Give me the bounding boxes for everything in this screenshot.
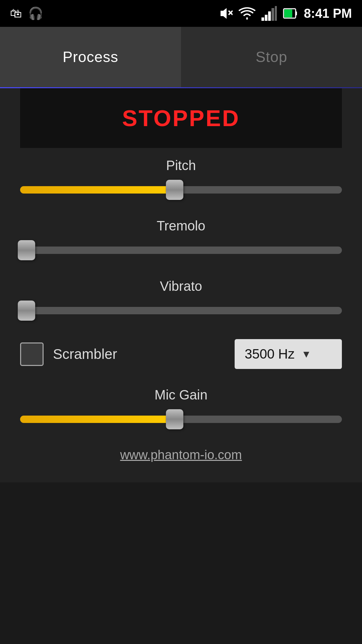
pitch-label: Pitch (20, 158, 342, 173)
svg-rect-7 (275, 6, 277, 21)
scrambler-left: Scrambler (20, 342, 117, 366)
tremolo-slider-thumb[interactable] (18, 240, 35, 260)
top-buttons-container: Process Stop (0, 27, 362, 87)
mic-gain-label: Mic Gain (20, 387, 342, 402)
scrambler-label: Scrambler (53, 346, 117, 362)
svg-rect-3 (261, 17, 264, 21)
main-content: STOPPED Pitch Tremolo Vibrato (0, 88, 362, 482)
status-right-icons: 8:41 PM (218, 6, 352, 21)
vibrato-slider-thumb[interactable] (18, 301, 35, 321)
pitch-slider-thumb[interactable] (166, 180, 183, 200)
svg-rect-4 (265, 15, 267, 21)
stop-button[interactable]: Stop (181, 27, 362, 87)
status-left-icons: 🛍 🎧 (10, 6, 43, 20)
scrambler-checkbox[interactable] (20, 342, 44, 366)
scrambler-dropdown-value: 3500 Hz (245, 346, 295, 362)
svg-marker-0 (221, 8, 227, 19)
website-link[interactable]: www.phantom-io.com (120, 448, 242, 462)
status-time: 8:41 PM (304, 6, 352, 21)
wifi-icon (239, 6, 255, 21)
mute-icon (218, 6, 233, 21)
website-section: www.phantom-io.com (20, 448, 342, 462)
vibrato-slider-section: Vibrato (20, 279, 342, 321)
stopped-status: STOPPED (122, 105, 240, 131)
battery-icon (283, 6, 298, 21)
vibrato-slider-container[interactable] (20, 301, 342, 321)
vibrato-label: Vibrato (20, 279, 342, 294)
headphone-icon: 🎧 (28, 6, 43, 20)
mic-gain-slider-thumb[interactable] (166, 409, 183, 429)
vibrato-slider-track (20, 307, 342, 314)
pitch-slider-container[interactable] (20, 180, 342, 200)
scrambler-dropdown[interactable]: 3500 Hz ▼ (235, 339, 342, 369)
tremolo-slider-section: Tremolo (20, 218, 342, 260)
svg-rect-9 (296, 11, 297, 15)
scrambler-row: Scrambler 3500 Hz ▼ (20, 339, 342, 369)
pitch-slider-fill (20, 186, 175, 194)
pitch-slider-track (20, 186, 342, 194)
status-section: STOPPED (20, 88, 342, 148)
svg-rect-10 (284, 9, 292, 17)
pitch-slider-section: Pitch (20, 158, 342, 200)
mic-gain-slider-container[interactable] (20, 409, 342, 429)
mic-gain-slider-track (20, 416, 342, 423)
svg-rect-5 (268, 11, 271, 21)
tremolo-slider-track (20, 247, 342, 254)
mic-gain-slider-section: Mic Gain (20, 387, 342, 429)
mic-gain-slider-fill (20, 416, 175, 423)
status-bar: 🛍 🎧 8:41 PM (0, 0, 362, 27)
tremolo-label: Tremolo (20, 218, 342, 233)
tremolo-slider-container[interactable] (20, 240, 342, 260)
signal-icon (261, 6, 277, 21)
bag-icon: 🛍 (10, 6, 22, 20)
svg-rect-6 (272, 8, 274, 21)
process-button[interactable]: Process (0, 27, 181, 87)
chevron-down-icon: ▼ (301, 348, 311, 360)
